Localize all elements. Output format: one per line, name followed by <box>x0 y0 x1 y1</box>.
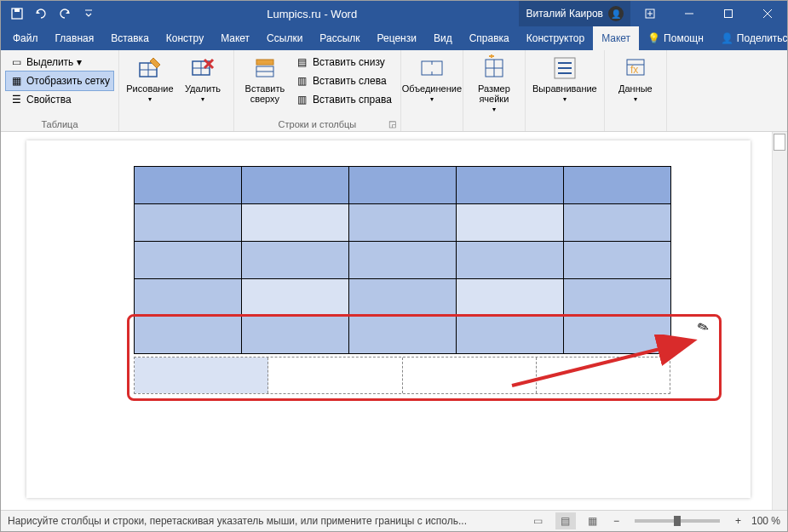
group-data: fxДанные▾ <box>605 50 667 131</box>
cursor-icon: ▭ <box>9 55 23 69</box>
cell-size-button[interactable]: Размер ячейки▾ <box>469 53 520 111</box>
data-icon: fx <box>622 54 649 82</box>
group-cell-size: Размер ячейки▾ <box>463 50 526 131</box>
status-message: Нарисуйте столбцы и строки, перетаскивая… <box>8 515 467 527</box>
chevron-down-icon: ▾ <box>430 95 434 103</box>
ribbon: ▭Выделить▾ ▦Отобразить сетку ☰Свойства Т… <box>1 50 787 132</box>
document-area[interactable]: ✎ <box>1 132 787 510</box>
read-mode-button[interactable]: ▭ <box>528 512 549 529</box>
table-row <box>135 167 671 204</box>
scroll-thumb[interactable] <box>774 134 785 151</box>
qat-dropdown[interactable] <box>78 3 100 25</box>
redo-button[interactable] <box>54 3 76 25</box>
group-label: Таблица <box>6 117 113 131</box>
alignment-icon <box>551 54 578 82</box>
group-alignment: Выравнивание▾ <box>526 50 605 131</box>
table-row <box>135 242 671 279</box>
select-button[interactable]: ▭Выделить▾ <box>6 53 113 72</box>
tab-home[interactable]: Главная <box>47 26 103 50</box>
group-rows-columns: Вставить сверху ▤Вставить снизу ▥Вставит… <box>234 50 401 131</box>
share-button[interactable]: 👤Поделиться <box>712 26 788 50</box>
tab-references[interactable]: Ссылки <box>258 26 311 50</box>
user-name: Виталий Каиров <box>526 8 603 20</box>
tab-design[interactable]: Констру <box>158 26 212 50</box>
insert-below-button[interactable]: ▤Вставить снизу <box>292 53 395 72</box>
tab-file[interactable]: Файл <box>4 26 47 50</box>
zoom-slider[interactable] <box>635 519 720 523</box>
table-row <box>135 317 671 354</box>
tab-layout[interactable]: Макет <box>212 26 258 50</box>
draw-table-button[interactable]: Рисование▾ <box>124 53 175 111</box>
group-label: Строки и столбцы <box>239 117 395 131</box>
user-avatar: 👤 <box>608 6 624 21</box>
drawn-row <box>134 357 670 394</box>
insert-col-right-icon: ▥ <box>296 93 309 106</box>
tab-review[interactable]: Рецензи <box>369 26 425 50</box>
tab-table-design[interactable]: Конструктор <box>518 26 593 50</box>
svg-text:fx: fx <box>630 64 638 76</box>
user-account[interactable]: Виталий Каиров 👤 <box>519 1 630 26</box>
statusbar: Нарисуйте столбцы и строки, перетаскивая… <box>1 510 787 531</box>
close-button[interactable] <box>748 1 787 26</box>
insert-row-below-icon: ▤ <box>296 55 309 69</box>
tab-view[interactable]: Вид <box>425 26 461 50</box>
data-button[interactable]: fxДанные▾ <box>610 53 661 111</box>
document-table[interactable] <box>134 166 671 354</box>
chevron-down-icon: ▾ <box>201 95 204 103</box>
delete-table-icon <box>189 54 216 82</box>
quick-access-toolbar <box>1 3 105 25</box>
pencil-cursor-icon: ✎ <box>695 317 711 336</box>
page: ✎ <box>26 140 751 498</box>
zoom-in-button[interactable]: + <box>732 515 745 527</box>
svg-rect-17 <box>256 60 273 65</box>
tab-help[interactable]: Справка <box>461 26 518 50</box>
insert-row-above-icon <box>251 54 279 82</box>
properties-icon: ☰ <box>9 93 23 106</box>
delete-button[interactable]: Удалить▾ <box>177 53 228 111</box>
group-merge: Объединение▾ <box>401 50 463 131</box>
share-icon: 👤 <box>721 32 733 44</box>
group-draw: Рисование▾ Удалить▾ <box>119 50 234 131</box>
cell-size-icon <box>480 54 508 82</box>
ribbon-tabs: Файл Главная Вставка Констру Макет Ссылк… <box>1 26 787 50</box>
dialog-launcher[interactable]: ◲ <box>387 117 399 129</box>
grid-icon: ▦ <box>9 74 23 88</box>
merge-icon <box>418 54 446 82</box>
chevron-down-icon: ▾ <box>492 106 496 113</box>
window-title: Lumpics.ru - Word <box>105 8 519 20</box>
maximize-button[interactable] <box>709 1 748 26</box>
svg-rect-4 <box>725 10 733 18</box>
ribbon-options-button[interactable] <box>630 1 670 26</box>
vertical-scrollbar[interactable] <box>772 132 787 510</box>
table-row <box>135 279 671 317</box>
undo-button[interactable] <box>30 3 52 25</box>
zoom-level[interactable]: 100 % <box>751 515 780 527</box>
window-controls <box>670 1 787 26</box>
chevron-down-icon: ▾ <box>77 56 82 68</box>
tab-table-layout[interactable]: Макет <box>593 26 639 50</box>
insert-right-button[interactable]: ▥Вставить справа <box>292 90 395 109</box>
insert-above-button[interactable]: Вставить сверху <box>239 53 290 111</box>
table-row <box>135 204 671 242</box>
group-table: ▭Выделить▾ ▦Отобразить сетку ☰Свойства Т… <box>1 50 119 131</box>
alignment-button[interactable]: Выравнивание▾ <box>531 53 599 111</box>
view-gridlines-button[interactable]: ▦Отобразить сетку <box>6 72 113 90</box>
pencil-table-icon <box>136 54 164 82</box>
chevron-down-icon: ▾ <box>563 95 567 103</box>
titlebar: Lumpics.ru - Word Виталий Каиров 👤 <box>1 1 787 26</box>
properties-button[interactable]: ☰Свойства <box>6 90 113 109</box>
svg-rect-1 <box>14 9 20 12</box>
merge-button[interactable]: Объединение▾ <box>406 53 457 111</box>
tab-insert[interactable]: Вставка <box>102 26 158 50</box>
tab-mailings[interactable]: Рассылк <box>311 26 368 50</box>
chevron-down-icon: ▾ <box>634 95 637 103</box>
chevron-down-icon: ▾ <box>148 95 152 103</box>
zoom-out-button[interactable]: − <box>610 515 623 527</box>
minimize-button[interactable] <box>670 1 709 26</box>
print-layout-button[interactable]: ▤ <box>555 512 576 529</box>
tell-me-button[interactable]: 💡Помощн <box>639 26 712 50</box>
insert-left-button[interactable]: ▥Вставить слева <box>292 72 395 90</box>
autosave-icon[interactable] <box>6 3 28 25</box>
web-layout-button[interactable]: ▦ <box>583 512 603 529</box>
insert-col-left-icon: ▥ <box>296 74 309 88</box>
